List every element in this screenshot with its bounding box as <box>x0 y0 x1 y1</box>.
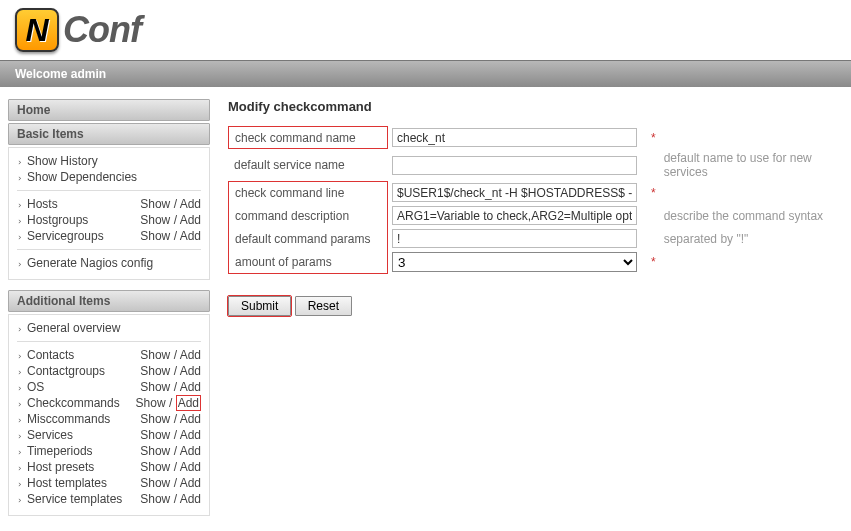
add-link-misccommands[interactable]: Add <box>180 412 201 426</box>
sidebar-item-servicegroups: ›Servicegroups <box>17 229 104 243</box>
show-link-service-templates[interactable]: Show <box>140 492 170 506</box>
required-marker: * <box>641 250 660 274</box>
add-link-contactgroups[interactable]: Add <box>180 364 201 378</box>
sidebar: Home Basic Items ›Show History ›Show Dep… <box>0 99 218 526</box>
sidebar-item-misccommands: ›Misccommands <box>17 412 110 426</box>
required-marker: * <box>641 126 660 149</box>
divider <box>17 341 201 342</box>
chevron-right-icon: › <box>17 383 23 393</box>
add-link-host templates[interactable]: Add <box>180 476 201 490</box>
show-link-contactgroups[interactable]: Show <box>140 364 170 378</box>
input-command-description[interactable] <box>392 206 637 225</box>
input-check-command-name[interactable] <box>392 128 637 147</box>
sidebar-section-home[interactable]: Home <box>8 99 210 121</box>
main-content: Modify checkcommand check command name*d… <box>218 99 851 526</box>
logo-badge: N <box>15 8 59 52</box>
show-link-checkcommands[interactable]: Show <box>136 396 166 410</box>
field-hint: default name to use for new services <box>660 149 841 181</box>
field-label-check-command-line: check command line <box>229 184 387 202</box>
chevron-right-icon: › <box>17 463 23 473</box>
chevron-right-icon: › <box>17 173 23 183</box>
add-link-host presets[interactable]: Add <box>180 460 201 474</box>
field-hint: separated by "!" <box>660 227 841 250</box>
logo-text: Conf <box>63 9 141 51</box>
add-link-contacts[interactable]: Add <box>180 348 201 362</box>
sidebar-item-contacts: ›Contacts <box>17 348 74 362</box>
add-link-timeperiods[interactable]: Add <box>180 444 201 458</box>
add-link-hosts[interactable]: Add <box>180 197 201 211</box>
field-label-default-service-name: default service name <box>228 156 388 174</box>
add-link-hostgroups[interactable]: Add <box>180 213 201 227</box>
field-label-check-command-name: check command name <box>229 129 387 147</box>
required-marker <box>641 204 660 227</box>
show-link-services[interactable]: Show <box>140 428 170 442</box>
sidebar-item-services: ›Services <box>17 428 73 442</box>
required-marker <box>641 149 660 181</box>
sidebar-item-host-templates: ›Host templates <box>17 476 107 490</box>
chevron-right-icon: › <box>17 324 23 334</box>
chevron-right-icon: › <box>17 232 23 242</box>
sidebar-link-show-history[interactable]: ›Show History <box>17 153 201 169</box>
sidebar-link-general-overview[interactable]: ›General overview <box>17 320 201 336</box>
input-check-command-line[interactable] <box>392 183 637 202</box>
form-table: check command name*default service named… <box>228 126 841 274</box>
chevron-right-icon: › <box>17 200 23 210</box>
show-link-contacts[interactable]: Show <box>140 348 170 362</box>
chevron-right-icon: › <box>17 157 23 167</box>
chevron-right-icon: › <box>17 431 23 441</box>
required-marker <box>641 227 660 250</box>
chevron-right-icon: › <box>17 447 23 457</box>
required-marker: * <box>641 181 660 204</box>
sidebar-link-show-dependencies[interactable]: ›Show Dependencies <box>17 169 201 185</box>
sidebar-item-contactgroups: ›Contactgroups <box>17 364 105 378</box>
submit-button[interactable]: Submit <box>228 296 291 316</box>
field-label-default-command-params: default command params <box>229 230 387 248</box>
chevron-right-icon: › <box>17 216 23 226</box>
divider <box>17 249 201 250</box>
chevron-right-icon: › <box>17 479 23 489</box>
add-link-os[interactable]: Add <box>180 380 201 394</box>
welcome-text: Welcome admin <box>15 67 106 81</box>
field-hint <box>660 126 841 149</box>
input-default-service-name[interactable] <box>392 156 637 175</box>
chevron-right-icon: › <box>17 367 23 377</box>
app-logo: N Conf <box>15 8 836 52</box>
add-link-services[interactable]: Add <box>180 428 201 442</box>
chevron-right-icon: › <box>17 351 23 361</box>
field-hint: describe the command syntax <box>660 204 841 227</box>
show-link-host-templates[interactable]: Show <box>140 476 170 490</box>
sidebar-item-checkcommands: ›Checkcommands <box>17 396 120 410</box>
chevron-right-icon: › <box>17 415 23 425</box>
sidebar-section-basic: Basic Items <box>8 123 210 145</box>
sidebar-item-os: ›OS <box>17 380 44 394</box>
show-link-servicegroups[interactable]: Show <box>140 229 170 243</box>
logo-letter: N <box>25 12 48 49</box>
sidebar-link-generate-config[interactable]: ›Generate Nagios config <box>17 255 201 271</box>
sidebar-item-host-presets: ›Host presets <box>17 460 94 474</box>
button-row: Submit Reset <box>228 296 841 316</box>
sidebar-item-hosts: ›Hosts <box>17 197 58 211</box>
welcome-bar: Welcome admin <box>0 60 851 87</box>
show-link-timeperiods[interactable]: Show <box>140 444 170 458</box>
select-amount-of-params[interactable]: 3 <box>392 252 637 272</box>
divider <box>17 190 201 191</box>
add-link-servicegroups[interactable]: Add <box>180 229 201 243</box>
show-link-misccommands[interactable]: Show <box>140 412 170 426</box>
show-link-hosts[interactable]: Show <box>140 197 170 211</box>
add-link-service templates[interactable]: Add <box>180 492 201 506</box>
sidebar-item-service-templates: ›Service templates <box>17 492 122 506</box>
show-link-os[interactable]: Show <box>140 380 170 394</box>
chevron-right-icon: › <box>17 495 23 505</box>
field-label-amount-of-params: amount of params <box>229 253 387 271</box>
show-link-hostgroups[interactable]: Show <box>140 213 170 227</box>
reset-button[interactable]: Reset <box>295 296 352 316</box>
input-default-command-params[interactable] <box>392 229 637 248</box>
sidebar-item-timeperiods: ›Timeperiods <box>17 444 93 458</box>
field-hint <box>660 181 841 204</box>
show-link-host-presets[interactable]: Show <box>140 460 170 474</box>
chevron-right-icon: › <box>17 259 23 269</box>
add-link-checkcommands[interactable]: Add <box>178 396 199 410</box>
sidebar-section-additional: Additional Items <box>8 290 210 312</box>
sidebar-item-hostgroups: ›Hostgroups <box>17 213 88 227</box>
chevron-right-icon: › <box>17 399 23 409</box>
